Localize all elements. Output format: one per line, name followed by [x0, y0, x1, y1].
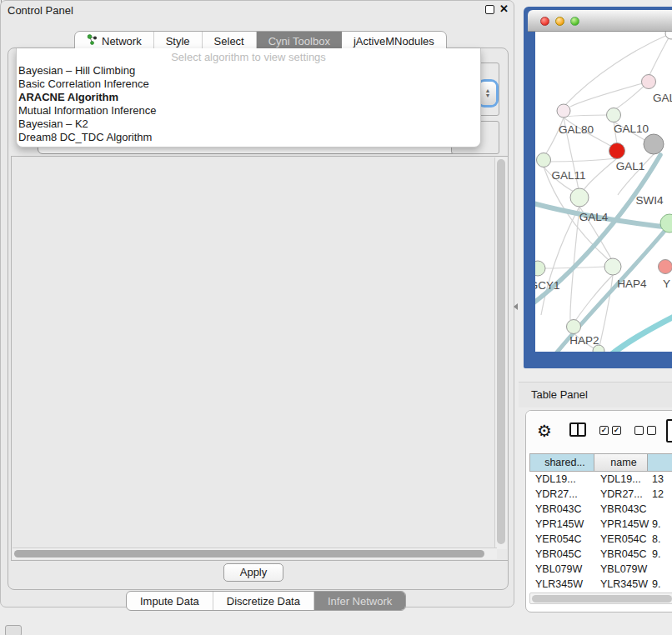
table-row[interactable]: YDR27...YDR27...12	[529, 487, 672, 502]
mac-zoom-button[interactable]	[570, 17, 579, 26]
dropdown-item-aracne[interactable]: ARACNE Algorithm	[17, 91, 480, 104]
tab-network[interactable]: Network	[75, 32, 154, 50]
tab-impute-data[interactable]: Impute Data	[127, 592, 213, 610]
algorithm-dropdown-list: Select algorithm to view settings Bayesi…	[16, 48, 481, 148]
checkbox-checked-icon[interactable]: ✓	[612, 426, 621, 435]
node-gal10[interactable]	[607, 108, 621, 122]
apply-button[interactable]: Apply	[223, 563, 283, 582]
tab-infer-network[interactable]: Infer Network	[314, 592, 405, 610]
document-icon[interactable]	[666, 419, 672, 442]
tab-style[interactable]: Style	[154, 32, 203, 50]
node-gal1-red[interactable]	[609, 143, 625, 159]
node-label: SWI4	[635, 194, 663, 207]
mac-close-button[interactable]	[540, 17, 549, 26]
mac-minimize-button[interactable]	[555, 17, 564, 26]
table-panel-header: Table Panel	[519, 382, 672, 408]
control-panel-window: Control Panel ✕ Network Style S	[0, 0, 514, 608]
screenshot-stage: Control Panel ✕ Network Style S	[0, 0, 672, 635]
node-label: GAL4	[579, 211, 609, 223]
node-label: GAL	[653, 92, 672, 104]
network-tree-icon	[87, 34, 98, 48]
table-row[interactable]: YLR345WYLR345W9.	[529, 577, 672, 592]
node-partial-top[interactable]	[665, 32, 672, 39]
control-panel-titlebar[interactable]: Control Panel ✕	[1, 1, 514, 19]
checkbox-checked-icon[interactable]: ✓	[599, 426, 609, 435]
node-hap2[interactable]	[567, 320, 581, 334]
combo-stepper-focused[interactable]: ▲▼	[479, 82, 496, 105]
gear-icon[interactable]: ⚙	[537, 421, 552, 441]
node-label: HAP4	[617, 278, 647, 290]
table-header-row: shared... name	[529, 453, 672, 472]
table-toolbar: ⚙ ✓ ✓	[526, 411, 672, 453]
dropdown-item-bayesian-hill-climbing[interactable]: Bayesian – Hill Climbing	[17, 64, 480, 78]
node-label: GAL11	[551, 169, 585, 182]
settings-scrollpane	[11, 156, 509, 561]
tab-jactivemnodules[interactable]: jActiveMNodules	[342, 32, 446, 50]
horizontal-scrollbar[interactable]	[13, 548, 497, 559]
node-gray[interactable]	[644, 134, 664, 154]
tab-cyni-toolbox[interactable]: Cyni Toolbox	[257, 32, 342, 50]
tab-discretize-data[interactable]: Discretize Data	[213, 592, 314, 610]
checkbox-unchecked-icon[interactable]	[634, 426, 644, 435]
table-horizontal-scrollbar[interactable]	[529, 592, 672, 604]
dropdown-item-bayesian-k2[interactable]: Bayesian – K2	[17, 118, 480, 131]
node-label: GCY1	[535, 279, 559, 292]
table-row[interactable]: YER054CYER054C8.	[529, 532, 672, 547]
node-label: GAL80	[559, 123, 594, 136]
node-gal-partial[interactable]	[642, 75, 656, 89]
column-header-partial[interactable]	[648, 453, 672, 472]
float-window-icon[interactable]	[485, 5, 494, 14]
node-gcy1[interactable]	[535, 261, 545, 276]
table-row[interactable]: YBR045CYBR045C9.	[529, 547, 672, 562]
checkbox-unchecked-icon[interactable]	[647, 426, 656, 435]
tab-select[interactable]: Select	[203, 32, 257, 50]
network-view-window: GAL GAL80 GAL10 GAL1 GAL11 SWI4 GAL4 GCY…	[524, 7, 672, 368]
dropdown-item-dream8[interactable]: Dream8 DC_TDC Algorithm	[17, 131, 480, 144]
dropdown-item-mutual-information[interactable]: Mutual Information Inference	[17, 104, 480, 118]
column-view-icon[interactable]	[569, 422, 586, 437]
control-panel-title: Control Panel	[8, 4, 73, 17]
panel-divider-arrow-icon[interactable]	[510, 303, 518, 310]
node-label: GAL1	[616, 160, 645, 172]
node-gal11[interactable]	[537, 153, 551, 168]
node-gal4[interactable]	[570, 188, 589, 207]
node-label: GAL10	[614, 122, 649, 135]
node-salmon[interactable]	[659, 260, 672, 274]
bottom-tabbar: Impute Data Discretize Data Infer Networ…	[126, 591, 406, 611]
network-window-titlebar[interactable]	[528, 10, 672, 32]
table-body: YDL19...YDL19...13 YDR27...YDR27...12 YB…	[529, 472, 672, 607]
table-row[interactable]: YDL19...YDL19...13	[529, 472, 672, 487]
node-hap4[interactable]	[604, 258, 621, 275]
table-panel-card: ⚙ ✓ ✓ shared... name YDL19...YDL19...13 …	[525, 410, 672, 612]
dropdown-item-basic-correlation[interactable]: Basic Correlation Inference	[17, 78, 480, 91]
column-header-name[interactable]: name	[594, 453, 648, 472]
node-swi4[interactable]	[660, 214, 672, 232]
table-row[interactable]: YBR043CYBR043C	[529, 502, 672, 517]
network-canvas[interactable]: GAL GAL80 GAL10 GAL1 GAL11 SWI4 GAL4 GCY…	[535, 32, 672, 352]
table-row[interactable]: YPR145WYPR145W9.	[529, 517, 672, 532]
table-panel-title: Table Panel	[531, 388, 588, 401]
table-row[interactable]: YBL079WYBL079W	[529, 562, 672, 577]
close-icon[interactable]: ✕	[499, 4, 509, 13]
node-label: HAP2	[569, 334, 599, 347]
bottom-left-partial-icon[interactable]	[5, 625, 22, 635]
network-graph: GAL GAL80 GAL10 GAL1 GAL11 SWI4 GAL4 GCY…	[535, 32, 672, 352]
column-header-shared-name[interactable]: shared...	[529, 453, 594, 472]
node-gal80[interactable]	[557, 104, 570, 118]
dropdown-prompt: Select algorithm to view settings	[17, 50, 480, 64]
vertical-scrollbar[interactable]	[494, 158, 507, 549]
node-label: Y	[663, 278, 670, 290]
